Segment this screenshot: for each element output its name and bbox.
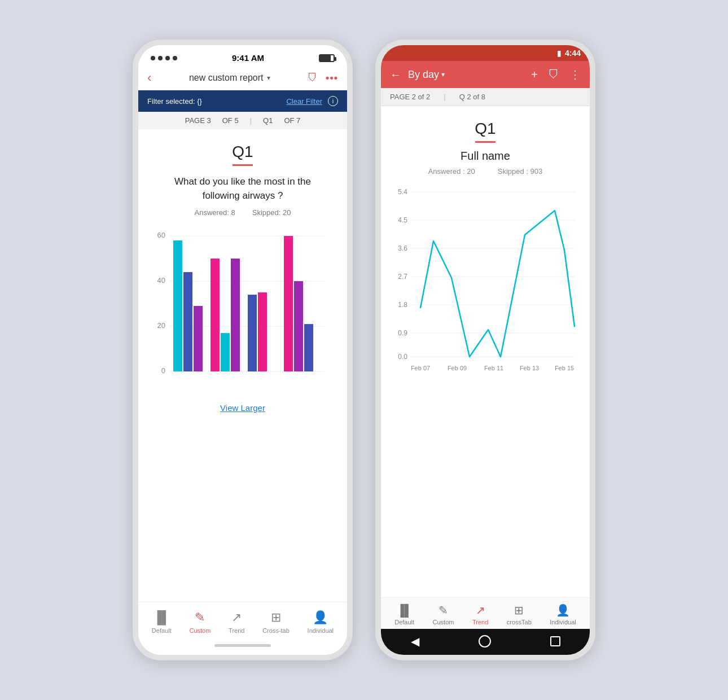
svg-text:0: 0 xyxy=(161,366,165,375)
svg-rect-13 xyxy=(231,259,240,371)
ios-bar-chart-svg: 60 40 20 0 xyxy=(150,225,336,400)
android-tab-custom[interactable]: ✎ Custom xyxy=(433,603,454,625)
ios-answered-stat: Answered: 8 xyxy=(195,208,235,217)
ios-tab-individual-label: Individual xyxy=(308,627,334,634)
ios-phone: 9:41 AM ‹ new custom report ▾ ⛉ ••• Filt… xyxy=(133,40,353,660)
ios-bottom-tabs: ▐▌ Default ✎ Custom ↗ Trend ⊞ Cross-tab … xyxy=(138,602,347,638)
svg-text:20: 20 xyxy=(157,321,165,330)
android-tab-custom-icon: ✎ xyxy=(438,603,448,617)
android-tab-crosstab-label: crossTab xyxy=(507,619,532,625)
android-line-chart: 5.4 4.5 3.6 2.7 1.8 0.9 0.0 Feb xyxy=(389,181,581,390)
android-skipped-stat: Skipped : 903 xyxy=(498,167,543,176)
android-tab-default-icon: ▐▌ xyxy=(396,604,412,617)
ios-tab-individual-icon: 👤 xyxy=(313,610,328,625)
ios-title-area: new custom report ▾ xyxy=(156,73,303,83)
svg-rect-14 xyxy=(248,295,257,371)
ios-view-larger-link[interactable]: View Larger xyxy=(220,403,265,413)
android-battery-icon: ▮ xyxy=(557,49,562,58)
ios-tab-crosstab-label: Cross-tab xyxy=(262,627,290,634)
ios-filter-actions: Clear Filter i xyxy=(286,96,338,106)
android-tab-trend-label: Trend xyxy=(472,619,488,625)
ios-bar-chart: 60 40 20 0 xyxy=(150,225,336,400)
android-tab-crosstab[interactable]: ⊞ crossTab xyxy=(507,603,532,625)
ios-filter-bar: Filter selected: {} Clear Filter i xyxy=(138,90,347,112)
ios-tab-crosstab[interactable]: ⊞ Cross-tab xyxy=(262,610,290,634)
svg-rect-11 xyxy=(210,259,220,371)
android-tab-crosstab-icon: ⊞ xyxy=(514,603,524,617)
svg-text:2.7: 2.7 xyxy=(398,273,407,281)
svg-rect-15 xyxy=(258,292,267,371)
ios-question-text: What do you like the most in the followi… xyxy=(138,175,347,203)
android-content: Q1 Full name Answered : 20 Skipped : 903… xyxy=(381,106,590,597)
android-tab-custom-label: Custom xyxy=(433,619,454,625)
ios-page-separator: | xyxy=(250,116,252,125)
android-status-bar: ▮ 4:44 xyxy=(381,45,590,61)
android-tab-individual-label: Individual xyxy=(550,619,576,625)
ios-page-total: OF 5 xyxy=(222,116,239,125)
ios-tab-trend[interactable]: ↗ Trend xyxy=(229,610,244,634)
svg-rect-12 xyxy=(221,333,230,371)
android-filter-icon[interactable]: ⛉ xyxy=(548,68,559,81)
svg-rect-9 xyxy=(183,272,192,371)
svg-text:0.9: 0.9 xyxy=(398,329,407,337)
android-question-label: Q1 xyxy=(475,120,495,138)
ios-battery-icon xyxy=(319,54,335,62)
ios-title-chevron-icon[interactable]: ▾ xyxy=(267,74,270,82)
ios-tab-trend-icon: ↗ xyxy=(231,610,242,625)
svg-text:0.0: 0.0 xyxy=(398,353,407,361)
android-answered-stat: Answered : 20 xyxy=(428,167,475,176)
android-tab-default-label: Default xyxy=(394,619,414,625)
ios-tab-individual[interactable]: 👤 Individual xyxy=(308,610,334,634)
ios-more-icon[interactable]: ••• xyxy=(326,72,338,84)
svg-text:Feb 09: Feb 09 xyxy=(448,365,467,371)
android-toolbar-icons: + ⛉ ⋮ xyxy=(531,68,581,81)
android-page-bar: PAGE 2 of 2 | Q 2 of 8 xyxy=(381,88,590,106)
ios-tab-custom-icon: ✎ xyxy=(195,610,205,625)
svg-rect-17 xyxy=(294,281,303,371)
ios-tab-custom[interactable]: ✎ Custom xyxy=(189,610,210,634)
android-title-dropdown-icon: ▾ xyxy=(441,71,445,78)
svg-text:60: 60 xyxy=(157,231,165,239)
android-nav-home-icon[interactable] xyxy=(479,635,491,648)
android-title-area[interactable]: By day ▾ xyxy=(408,69,524,81)
ios-status-bar: 9:41 AM xyxy=(138,45,347,66)
android-back-button[interactable]: ← xyxy=(390,68,401,81)
ios-question-label: Q1 xyxy=(232,143,253,161)
svg-rect-16 xyxy=(284,236,293,371)
android-bottom-tabs: ▐▌ Default ✎ Custom ↗ Trend ⊞ crossTab 👤… xyxy=(381,597,590,629)
ios-home-indicator xyxy=(138,638,347,655)
svg-text:Feb 07: Feb 07 xyxy=(411,365,430,371)
ios-tab-default-label: Default xyxy=(152,627,172,634)
svg-text:40: 40 xyxy=(157,276,165,285)
android-tab-individual[interactable]: 👤 Individual xyxy=(550,603,576,625)
android-nav-back-icon[interactable]: ◀ xyxy=(411,635,419,648)
ios-content: Q1 What do you like the most in the foll… xyxy=(138,129,347,602)
ios-back-button[interactable]: ‹ xyxy=(147,71,151,85)
svg-text:Feb 11: Feb 11 xyxy=(484,365,503,371)
ios-tab-trend-label: Trend xyxy=(229,627,244,634)
ios-nav-bar: ‹ new custom report ▾ ⛉ ••• xyxy=(138,66,347,90)
ios-home-bar xyxy=(214,644,271,647)
android-nav-bar: ◀ xyxy=(381,629,590,655)
svg-text:5.4: 5.4 xyxy=(398,188,407,196)
android-tab-trend[interactable]: ↗ Trend xyxy=(472,603,488,625)
ios-filter-icon[interactable]: ⛉ xyxy=(308,72,318,84)
ios-page-bar: PAGE 3 OF 5 | Q1 OF 7 xyxy=(138,112,347,129)
ios-q-total: OF 7 xyxy=(284,116,300,125)
android-time: 4:44 xyxy=(565,49,581,58)
ios-info-icon[interactable]: i xyxy=(328,96,338,106)
ios-tab-default[interactable]: ▐▌ Default xyxy=(152,610,172,634)
svg-rect-10 xyxy=(194,306,203,371)
ios-tab-crosstab-icon: ⊞ xyxy=(271,610,281,625)
android-nav-recents-icon[interactable] xyxy=(550,636,560,646)
android-more-icon[interactable]: ⋮ xyxy=(569,68,581,81)
ios-nav-icons: ⛉ ••• xyxy=(308,72,338,84)
android-toolbar: ← By day ▾ + ⛉ ⋮ xyxy=(381,61,590,88)
ios-clear-filter-button[interactable]: Clear Filter xyxy=(286,97,322,106)
svg-text:Feb 15: Feb 15 xyxy=(555,365,574,371)
ios-page-num: PAGE 3 xyxy=(185,116,211,125)
android-page-separator: | xyxy=(444,93,445,101)
ios-tab-custom-label: Custom xyxy=(189,627,210,634)
android-tab-default[interactable]: ▐▌ Default xyxy=(394,604,414,625)
android-add-icon[interactable]: + xyxy=(531,68,538,81)
